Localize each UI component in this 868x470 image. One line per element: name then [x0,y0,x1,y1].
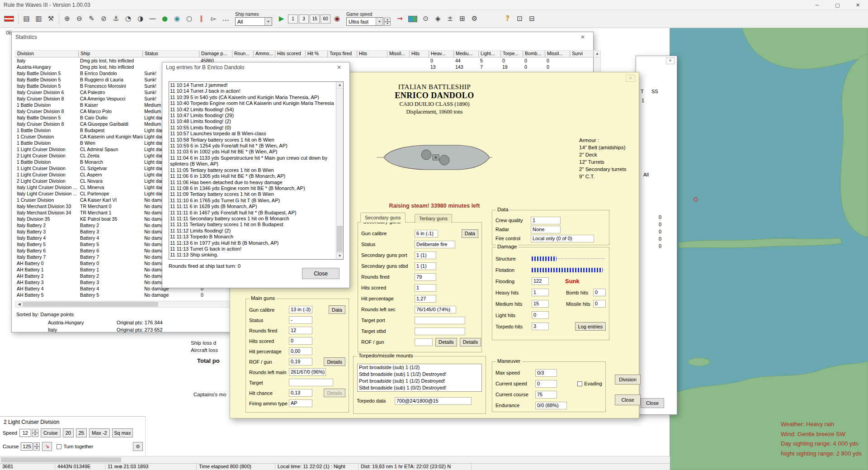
details-button[interactable]: Details [460,338,481,347]
column-header-hit[interactable]: Hit % [306,50,328,57]
minimap-icon[interactable] [408,16,417,22]
print-icon[interactable]: ⊟ [526,13,538,25]
ship-design-icon[interactable]: ⚒ [45,13,57,25]
cruise-button[interactable]: Cruise [41,428,61,437]
time-quarter-icon[interactable]: ◔ [122,13,134,25]
nation-flag-icon[interactable] [4,16,14,22]
log-entry[interactable]: 11 11:09 Tertiary battery scores 1 hit o… [170,191,335,197]
draw-course-icon[interactable]: ✎ [85,13,98,25]
column-header-division[interactable]: Division [15,50,79,57]
minimize-icon[interactable]: ─ [807,0,827,10]
spin-up-icon[interactable]: ▲ [33,442,40,446]
log-entry[interactable]: 11 11:10 6 in 1765 yds Turret G hit T (B… [170,198,335,204]
torpedo-mount-line[interactable]: Stbd broadside (sub) 1 (0/2) Destroyed! [359,385,480,391]
column-header-torps-fired[interactable]: Torps fired [328,50,357,57]
log-entry[interactable]: 11 10:14 Turret J jammed! [170,82,335,88]
torpedo-mount-line[interactable]: Port broadside (sub) 1 (1/2) [359,364,480,371]
gear-icon[interactable]: ⚙ [133,442,143,451]
column-header-heav[interactable]: Heav... [429,50,454,57]
close-icon[interactable]: ✕ [576,32,590,42]
scroll-left-icon[interactable]: ◀ [16,302,23,306]
scrollbar-thumb[interactable] [1,457,121,462]
more-options-icon[interactable]: … [220,13,232,25]
details-button[interactable]: Details [324,357,345,366]
log-entry[interactable]: 11 10:42 Limits flooding! (54) [170,107,335,113]
gunnery-lines-icon[interactable]: ∥ [195,13,208,25]
column-header-missil[interactable]: Missil... [545,50,570,57]
log-entries-button[interactable]: Log entries [575,322,606,331]
data-button[interactable]: Data [329,305,345,314]
game-speed-dropdown[interactable]: Ultra fast ▼ [346,17,383,26]
torpedo-mount-line[interactable]: Stbd broadside (sub) 1 (1/2) Destroyed! [359,371,480,378]
settings-icon[interactable]: ⚙ [468,13,481,25]
log-entry[interactable]: 11 10:48 Limits flooding! (2) [170,119,335,124]
clock-icon[interactable]: ⊙ [420,13,432,25]
log-entry[interactable]: 11 10:47 Limits flooding! (29) [170,113,335,119]
division-button[interactable]: Division [615,375,641,385]
close-button[interactable]: Close [615,394,641,405]
log-entry[interactable]: 11 11:13 Ship sinking. [170,252,335,258]
spin-down-icon[interactable]: ▼ [32,433,38,437]
statistics-title-bar[interactable]: Statistics ✕ [12,32,593,42]
scroll-up-icon[interactable]: ▲ [336,82,343,89]
column-header-light[interactable]: Light... [479,50,501,57]
log-entry[interactable]: 11 10:57 Launches torpedo at B Wien-clas… [170,131,335,137]
play-icon[interactable]: ▶ [275,13,288,25]
evading-checkbox[interactable] [577,381,582,386]
data-button[interactable]: Data [462,229,478,238]
time-half-icon[interactable]: ◑ [134,13,146,25]
spin-down-icon[interactable]: ▼ [33,446,40,451]
log-entry[interactable]: 11 11:06 Has been detached due to heavy … [170,180,335,185]
scrollbar-thumb[interactable] [23,302,158,307]
zoom-in-icon[interactable]: ⊕ [61,13,73,25]
screenshot-icon[interactable]: ⊡ [514,13,526,25]
marker-icon[interactable]: ◈ [432,13,444,25]
log-entry[interactable]: 11 11:08 6 in 1346 yds Engine room hit B… [170,185,335,191]
log-entry[interactable]: 11 11:04 6 in 1133 yds Superstructure hi… [170,155,335,167]
transfer-icon[interactable]: ± [444,13,456,25]
column-header-status[interactable]: Status [143,50,199,57]
turn-together-checkbox[interactable] [57,444,61,449]
column-header-torpe[interactable]: Torpe... [501,50,523,57]
horizontal-scrollbar[interactable] [0,456,670,463]
log-dialog-title-bar[interactable]: Log entries for B Enrico Dandolo ✕ [162,62,349,72]
status-open-icon[interactable]: ○ [183,13,195,25]
column-header-roun[interactable]: Roun... [232,50,254,57]
erase-course-icon[interactable]: ⊘ [98,13,110,25]
log-entry[interactable]: 11 11:13 Turret G back in action! [170,246,335,252]
step-1-button[interactable]: 1 [288,14,298,24]
help-icon[interactable]: ? [501,13,514,25]
log-entry[interactable]: 11 10:14 Turret J back in action! [170,88,335,94]
column-header-ship[interactable]: Ship [79,50,143,57]
log-entry[interactable]: 11 10:58 Tertiary battery scores 1 hit o… [170,137,335,143]
column-header-mediu[interactable]: Mediu... [454,50,479,57]
vertical-scrollbar[interactable]: ▲ ▼ [336,82,343,259]
log-entry[interactable]: 11 10:55 Limits flooding! (0) [170,125,335,131]
column-header-bomb[interactable]: Bomb... [523,50,545,57]
log-entry[interactable]: 11 10:40 Torpedo Engine room hit CA Kais… [170,100,335,106]
step-3-button[interactable]: 3 [299,14,309,24]
20-button[interactable]: 20 [63,428,74,437]
spin-up-icon[interactable]: ▲ [32,429,38,433]
log-entry[interactable]: 11 10:59 6 in 1254 yds Fore/aft hull hit… [170,143,335,149]
status-green-icon[interactable]: ● [159,13,171,25]
column-header-hits[interactable]: Hits [410,50,429,57]
scroll-up-icon[interactable]: ▲ [594,51,600,57]
torpedo-mount-line[interactable]: Port broadside (sub) 1 (1/2) Destroyed! [359,378,480,385]
log-entry[interactable]: 11 11:03 6 in 1002 yds Hull hit BE * (B … [170,149,335,155]
max-2-button[interactable]: Max -2 [89,428,110,437]
range-line-icon[interactable]: — [146,13,159,25]
pointer-icon[interactable]: ▻ [208,13,220,25]
log-entry[interactable]: 11 11:11 Tertiary battery scores 1 hit o… [170,222,335,228]
tab-secondary-guns[interactable]: Secondary guns [360,213,406,223]
column-header-hits[interactable]: Hits [357,50,387,57]
close-icon[interactable]: ✕ [848,0,868,10]
tab-tertiary-guns[interactable]: Tertiary guns [415,214,452,223]
details-button[interactable]: Details [435,338,457,347]
log-entry[interactable]: 11 11:13 Torpedo B Monarch [170,234,335,240]
log-entry[interactable]: 11 11:11 Secondary battery scores 1 hit … [170,216,335,222]
maximize-icon[interactable]: ▢ [827,0,848,10]
25-button[interactable]: 25 [76,428,87,437]
log-entry[interactable]: 11 11:11 6 in 1467 yds Fore/aft hull hit… [170,210,335,216]
sq-max-button[interactable]: Sq max [112,428,133,437]
